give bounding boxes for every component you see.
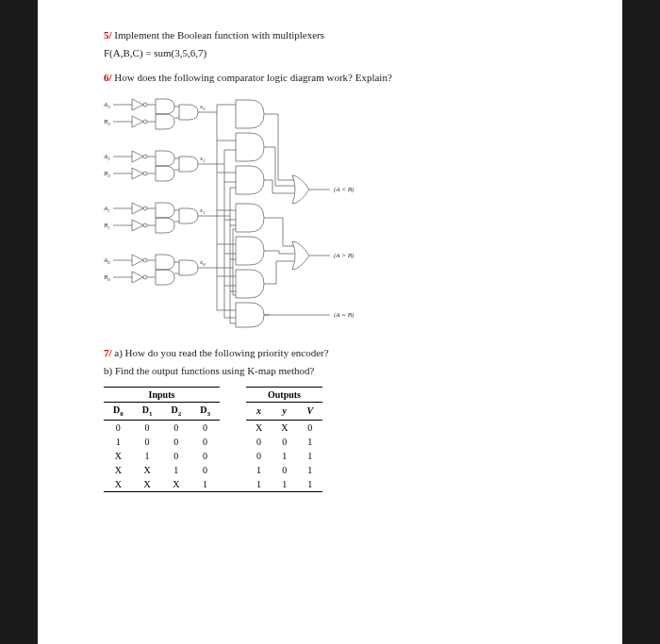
- q5-text: Implement the Boolean function with mult…: [114, 29, 324, 41]
- table-header: D0 D1 D2 D3 x y V: [104, 402, 322, 420]
- document-page: 5/ Implement the Boolean function with m…: [38, 0, 622, 644]
- svg-text:B2: B2: [104, 170, 110, 178]
- svg-text:x0: x0: [199, 258, 206, 267]
- svg-text:x2: x2: [199, 155, 206, 163]
- table-row: 1000001: [104, 435, 322, 449]
- out-lt: (A < B): [334, 186, 355, 193]
- svg-text:A0: A0: [104, 256, 110, 265]
- svg-text:A1: A1: [104, 205, 110, 213]
- q5-number: 5/: [104, 29, 112, 41]
- q7a-text: a) How do you read the following priorit…: [114, 347, 328, 358]
- q6-line: 6/ How does the following comparator log…: [104, 71, 556, 86]
- svg-text:B0: B0: [104, 273, 110, 282]
- comparator-svg: A3 B3 x3 A2 B2 x2 A1 B1 x1 A0 B0 x0 (A <…: [104, 95, 405, 331]
- svg-text:A2: A2: [104, 153, 110, 161]
- truth-table: Inputs Outputs D0 D1 D2 D3 x y V 0000XX0…: [104, 387, 322, 492]
- th-outputs: Outputs: [246, 387, 322, 402]
- table-row: XX10101: [104, 463, 322, 477]
- q7-number: 7/: [104, 347, 112, 358]
- q6-number: 6/: [104, 72, 112, 83]
- table-row: X100011: [104, 449, 322, 463]
- comparator-diagram: A3 B3 x3 A2 B2 x2 A1 B1 x1 A0 B0 x0 (A <…: [104, 95, 405, 331]
- q5-line1: 5/ Implement the Boolean function with m…: [104, 28, 556, 43]
- svg-text:A3: A3: [104, 101, 110, 109]
- q6-text: How does the following comparator logic …: [114, 72, 391, 83]
- th-inputs: Inputs: [104, 387, 220, 402]
- q7b-line: b) Find the output functions using K-map…: [104, 364, 556, 379]
- svg-text:B3: B3: [104, 118, 110, 126]
- svg-text:x1: x1: [199, 206, 206, 215]
- svg-text:x3: x3: [199, 103, 206, 111]
- table-row: 0000XX0: [104, 420, 322, 435]
- out-gt: (A > B): [334, 252, 355, 259]
- svg-text:B1: B1: [104, 222, 110, 230]
- out-eq: (A = B): [334, 311, 355, 319]
- q5-func: F(A,B,C) = sum(3,5,6,7): [104, 46, 556, 61]
- table-body: 0000XX0 1000001 X100011 XX10101 XXX1111: [104, 420, 322, 491]
- table-row: XXX1111: [104, 477, 322, 492]
- q7a-line: 7/ a) How do you read the following prio…: [104, 346, 556, 361]
